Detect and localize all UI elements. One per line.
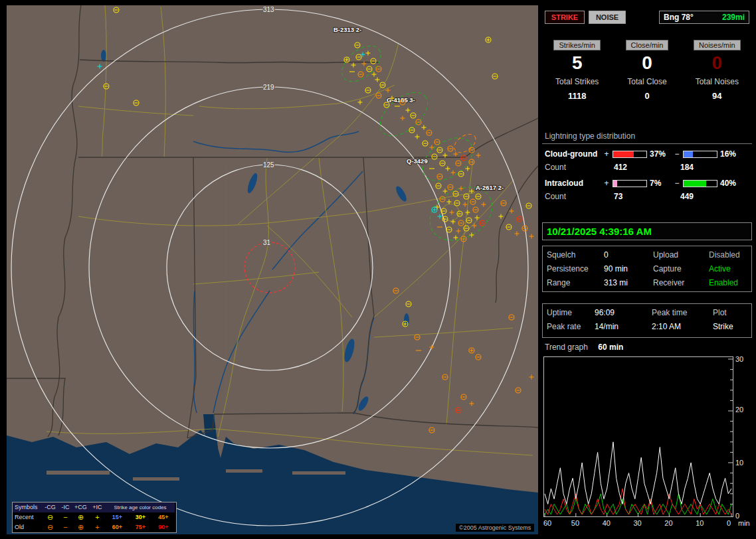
x-tick-label: 20 <box>664 519 672 527</box>
svg-text:313: 313 <box>263 6 274 13</box>
strikes-per-min-value: 5 <box>542 50 612 74</box>
legend-symbols-header: Symbols <box>13 502 42 512</box>
cg-negative-count: 184 <box>672 163 694 172</box>
svg-text:B-2313 2-: B-2313 2- <box>333 26 361 33</box>
count-label: Count <box>545 192 603 201</box>
peak-rate-label: Peak rate <box>547 320 595 334</box>
cg-positive-count: 412 <box>603 163 672 172</box>
intracloud-row: Intracloud + 7% − 40% <box>542 173 752 189</box>
age-45: 45+ <box>152 512 175 522</box>
noise-mode-button[interactable]: NOISE <box>589 11 626 24</box>
strike-map[interactable]: 31321912531B-2313 2-G-4185 3-Q-3429A-261… <box>7 5 538 534</box>
noises-per-min-chip: Noises/min <box>694 40 740 50</box>
status-row-persistence: Persistence 90 min Capture Active <box>547 262 747 276</box>
neg-cg-old-icon: ⊖ <box>42 522 58 532</box>
cloud-ground-label: Cloud-ground <box>545 149 603 159</box>
legend-old-label: Old <box>13 522 42 532</box>
age-15: 15+ <box>106 512 129 522</box>
pos-ic-recent-icon: + <box>89 512 106 522</box>
datetime-display: 10/21/2025 4:39:16 AM <box>542 222 752 240</box>
ic-negative-bar <box>683 180 717 187</box>
svg-text:Q-3429: Q-3429 <box>407 157 428 165</box>
minus-sign: − <box>674 179 680 188</box>
intracloud-count-row: Count 73 449 <box>542 189 752 202</box>
map-legend: Symbols -CG -IC +CG +IC Strike age color… <box>12 502 177 533</box>
persistence-label: Persistence <box>547 262 604 276</box>
legend-col-neg-ic: -IC <box>58 502 72 512</box>
upload-label: Upload <box>653 248 709 262</box>
status-box: Squelch 0 Upload Disabled Persistence 90… <box>542 246 752 292</box>
trend-graph-header: Trend graph 60 min <box>545 343 623 352</box>
rate-counters: Strikes/min 5 Total Strikes 1118 Close/m… <box>542 40 752 101</box>
y-tick-label: 10 <box>735 459 743 467</box>
distribution-title: Lightning type distribution <box>542 130 752 144</box>
cg-positive-pct: 37% <box>650 149 674 159</box>
squelch-label: Squelch <box>547 248 604 262</box>
receiver-label: Receiver <box>653 276 709 290</box>
legend-age-header: Strike age color codes <box>106 502 175 512</box>
x-tick-label: 0 <box>727 519 731 527</box>
plus-sign: + <box>603 179 610 188</box>
x-tick-label: 30 <box>634 519 642 527</box>
svg-text:125: 125 <box>263 161 274 169</box>
capture-value: Active <box>709 262 731 276</box>
trend-graph-plot <box>543 356 733 517</box>
total-strikes-label: Total Strikes <box>542 77 612 86</box>
stats-row-2: Peak rate 14/min 2:10 AM Strike <box>547 320 747 334</box>
svg-text:219: 219 <box>263 84 274 91</box>
neg-ic-old-icon: − <box>58 522 72 532</box>
cloud-ground-row: Cloud-ground + 37% − 16% <box>542 144 752 160</box>
y-tick-label: 30 <box>735 355 743 363</box>
ic-positive-count: 73 <box>603 192 672 201</box>
squelch-value: 0 <box>604 248 653 262</box>
pos-cg-recent-icon: ⊕ <box>72 512 89 522</box>
svg-text:31: 31 <box>263 239 271 246</box>
lightning-detector-app: 31321912531B-2313 2-G-4185 3-Q-3429A-261… <box>0 0 756 539</box>
plus-sign: + <box>603 149 610 159</box>
close-column: Close/min 0 Total Close 0 <box>612 40 682 101</box>
noises-column: Noises/min 0 Total Noises 94 <box>682 40 752 101</box>
age-30: 30+ <box>129 512 152 522</box>
pos-cg-old-icon: ⊕ <box>72 522 89 532</box>
ic-positive-bar <box>613 180 647 187</box>
persistence-value: 90 min <box>604 262 653 276</box>
stats-box: Uptime 96:09 Peak time Plot Peak rate 14… <box>542 303 752 338</box>
pos-ic-old-icon: + <box>89 522 106 532</box>
bearing-readout: Bng 78° 239mi <box>659 11 749 24</box>
trend-graph-y-axis: 3020100 <box>735 356 751 517</box>
side-panel: STRIKE NOISE Bng 78° 239mi Strikes/min 5… <box>542 5 752 534</box>
legend-col-pos-cg: +CG <box>72 502 89 512</box>
ic-negative-pct: 40% <box>720 179 744 188</box>
stats-row-1: Uptime 96:09 Peak time Plot <box>547 306 747 320</box>
strikes-per-min-chip: Strikes/min <box>553 40 600 50</box>
receiver-value: Enabled <box>709 276 738 290</box>
plot-mode-value: Strike <box>713 320 733 334</box>
neg-ic-recent-icon: − <box>58 512 72 522</box>
x-tick-label: 60 <box>543 519 551 527</box>
count-label: Count <box>545 163 603 172</box>
x-tick-label: 40 <box>603 519 611 527</box>
total-close-label: Total Close <box>612 77 682 86</box>
age-90: 90+ <box>152 522 175 532</box>
strike-mode-button[interactable]: STRIKE <box>545 11 585 24</box>
cg-positive-bar <box>613 151 647 158</box>
total-strikes-value: 1118 <box>542 91 612 101</box>
copyright-text: ©2005 Astrogenic Systems <box>456 524 534 532</box>
close-per-min-chip: Close/min <box>626 40 669 50</box>
range-label: Range <box>547 276 604 290</box>
lightning-type-distribution: Lightning type distribution Cloud-ground… <box>542 130 752 202</box>
range-value: 313 mi <box>604 276 653 290</box>
status-row-range: Range 313 mi Receiver Enabled <box>547 276 747 290</box>
close-per-min-value: 0 <box>612 50 682 74</box>
ic-negative-count: 449 <box>672 192 694 201</box>
total-close-value: 0 <box>612 91 682 101</box>
capture-label: Capture <box>653 262 709 276</box>
intracloud-label: Intracloud <box>545 179 603 188</box>
x-axis-unit: min <box>738 519 750 527</box>
legend-col-neg-cg: -CG <box>42 502 58 512</box>
legend-col-pos-ic: +IC <box>89 502 106 512</box>
strikes-column: Strikes/min 5 Total Strikes 1118 <box>542 40 612 101</box>
svg-text:A-2617 2-: A-2617 2- <box>476 184 504 191</box>
peak-rate-value: 14/min <box>595 320 652 334</box>
peak-time-value: 2:10 AM <box>652 320 713 334</box>
